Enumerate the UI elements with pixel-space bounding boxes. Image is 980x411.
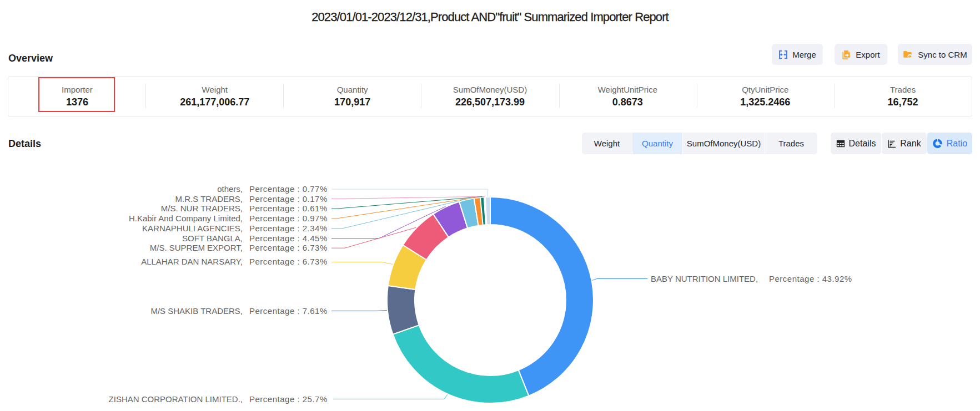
svg-text:Percentage : 6.73%: Percentage : 6.73%: [249, 243, 328, 252]
svg-text:Percentage : 0.97%: Percentage : 0.97%: [249, 214, 328, 223]
svg-text:Percentage : 6.73%: Percentage : 6.73%: [249, 257, 328, 266]
svg-text:Percentage : 0.77%: Percentage : 0.77%: [249, 184, 328, 194]
svg-text:Percentage : 4.45%: Percentage : 4.45%: [249, 234, 328, 243]
svg-text:SOFT BANGLA,: SOFT BANGLA,: [182, 234, 243, 243]
svg-text:M/S. SUPREM EXPORT,: M/S. SUPREM EXPORT,: [150, 243, 243, 252]
svg-text:Percentage : 43.92%: Percentage : 43.92%: [769, 274, 852, 283]
svg-text:Percentage : 25.7%: Percentage : 25.7%: [249, 394, 328, 404]
svg-text:Percentage : 0.61%: Percentage : 0.61%: [249, 204, 328, 213]
svg-text:KARNAPHULI AGENCIES,: KARNAPHULI AGENCIES,: [142, 224, 243, 233]
svg-text:Percentage : 2.34%: Percentage : 2.34%: [249, 224, 328, 233]
svg-text:BABY NUTRITION LIMITED,: BABY NUTRITION LIMITED,: [651, 274, 758, 283]
svg-text:M/S. NUR TRADERS,: M/S. NUR TRADERS,: [161, 204, 243, 213]
svg-text:ZISHAN CORPORATION LIMITED.,: ZISHAN CORPORATION LIMITED.,: [109, 394, 243, 404]
svg-text:ALLAHAR DAN NARSARY,: ALLAHAR DAN NARSARY,: [141, 257, 243, 266]
svg-text:H.Kabir And Company Limited,: H.Kabir And Company Limited,: [129, 214, 243, 223]
svg-text:Percentage : 0.17%: Percentage : 0.17%: [249, 194, 328, 204]
svg-text:M/S SHAKIB TRADERS,: M/S SHAKIB TRADERS,: [150, 306, 243, 316]
svg-text:Percentage : 7.61%: Percentage : 7.61%: [249, 306, 328, 316]
svg-text:M.R.S TRADERS,: M.R.S TRADERS,: [175, 194, 243, 204]
svg-text:others,: others,: [217, 184, 243, 194]
